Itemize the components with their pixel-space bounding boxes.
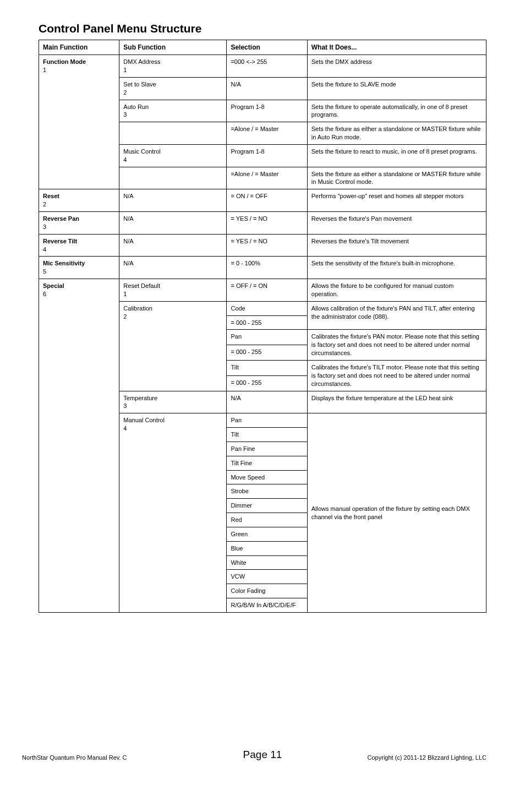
selection-cell: Green [227, 527, 307, 541]
page-footer: Page 11 NorthStar Quantum Pro Manual Rev… [0, 754, 525, 761]
sub-label: Calibration [123, 305, 152, 312]
main-function-label: Reverse Pan [43, 215, 79, 222]
selection-cell: Pan [227, 413, 307, 428]
selection-cell: VCW [227, 570, 307, 584]
sub-label: DMX Address [123, 58, 160, 65]
selection-cell: Program 1-8 [227, 100, 307, 122]
sub-num: 4 [123, 424, 222, 433]
description-cell: Sets the fixture to operate automaticall… [307, 100, 486, 122]
selection-cell: White [227, 555, 307, 570]
selection-cell: R/G/B/W In A/B/C/D/E/F [227, 598, 307, 613]
table-row: Mic Sensitivity 5 N/A = 0 - 100% Sets th… [39, 257, 486, 279]
description-cell: Sets the fixture as either a standalone … [307, 122, 486, 145]
selection-cell: = 000 - 255 [227, 375, 307, 391]
description-cell: Allows manual operation of the fixture b… [307, 413, 486, 613]
description-cell: Allows calibration of the fixture's PAN … [307, 301, 486, 330]
description-cell: Sets the DMX address [307, 55, 486, 78]
table-row: Reset 2 N/A = ON / = OFF Performs "power… [39, 189, 486, 212]
sub-function-cell: N/A [119, 257, 227, 279]
header-main: Main Function [39, 40, 119, 55]
description-cell: Displays the fixture temperature at the … [307, 391, 486, 413]
selection-cell: Pan [227, 330, 307, 345]
sub-function-cell [119, 167, 227, 189]
table-row: Reverse Tilt 4 N/A = YES / = NO Reverses… [39, 234, 486, 257]
selection-cell: =Alone / = Master [227, 167, 307, 189]
table-header-row: Main Function Sub Function Selection Wha… [39, 40, 486, 55]
description-cell: Performs "power-up" reset and homes all … [307, 189, 486, 212]
table-row: Special 6 Reset Default 1 = OFF / = ON A… [39, 279, 486, 302]
sub-function-cell [119, 122, 227, 145]
main-function-label: Function Mode [43, 58, 86, 65]
sub-num: 4 [123, 156, 222, 164]
description-cell: Sets the fixture to SLAVE mode [307, 77, 486, 100]
sub-label: Music Control [123, 148, 160, 155]
main-function-cell: Reset 2 [39, 189, 119, 212]
main-function-label: Reset [43, 193, 59, 199]
sub-function-cell: N/A [119, 189, 227, 212]
selection-cell: =000 <-> 255 [227, 55, 307, 78]
sub-num: 3 [123, 402, 222, 410]
selection-cell: N/A [227, 77, 307, 100]
selection-cell: = ON / = OFF [227, 189, 307, 212]
header-desc: What It Does... [307, 40, 486, 55]
sub-function-cell: Temperature 3 [119, 391, 227, 413]
description-cell: Calibrates the fixture's TILT motor. Ple… [307, 360, 486, 391]
footer-right: Copyright (c) 2011-12 Blizzard Lighting,… [368, 754, 486, 761]
header-sub: Sub Function [119, 40, 227, 55]
main-function-cell: Reverse Tilt 4 [39, 234, 119, 257]
selection-cell: = 0 - 100% [227, 257, 307, 279]
selection-cell: =Alone / = Master [227, 122, 307, 145]
selection-cell: Strobe [227, 484, 307, 499]
selection-cell: Blue [227, 541, 307, 555]
sub-function-cell: N/A [119, 212, 227, 235]
sub-num: 2 [123, 313, 222, 321]
sub-num: 1 [123, 290, 222, 298]
description-cell: Sets the fixture to react to music, in o… [307, 144, 486, 167]
description-cell: Reverses the fixture's Pan movement [307, 212, 486, 235]
selection-cell: Tilt Fine [227, 456, 307, 470]
sub-function-cell: Music Control 4 [119, 144, 227, 167]
table-row: Function Mode 1 DMX Address 1 =000 <-> 2… [39, 55, 486, 78]
selection-cell: Tilt [227, 360, 307, 375]
sub-label: Set to Slave [123, 81, 156, 88]
main-function-num: 2 [43, 200, 115, 209]
header-sel: Selection [227, 40, 307, 55]
selection-cell: Dimmer [227, 499, 307, 513]
selection-cell: Program 1-8 [227, 144, 307, 167]
main-function-label: Special [43, 282, 64, 289]
sub-num: 2 [123, 89, 222, 97]
sub-function-cell: DMX Address 1 [119, 55, 227, 78]
sub-function-cell: Auto Run 3 [119, 100, 227, 122]
selection-cell: Tilt [227, 428, 307, 442]
sub-num: 1 [123, 66, 222, 74]
main-function-num: 3 [43, 223, 115, 231]
sub-num: 3 [123, 111, 222, 119]
sub-function-cell: Calibration 2 [119, 301, 227, 391]
sub-function-cell: Set to Slave 2 [119, 77, 227, 100]
selection-cell: = 000 - 255 [227, 315, 307, 330]
sub-label: Manual Control [123, 417, 165, 423]
description-cell: Allows the fixture to be configured for … [307, 279, 486, 302]
description-cell: Sets the sensitivity of the fixture's bu… [307, 257, 486, 279]
main-function-num: 1 [43, 66, 115, 74]
sub-function-cell: N/A [119, 234, 227, 257]
description-cell: Sets the fixture as either a standalone … [307, 167, 486, 189]
sub-function-cell: Manual Control 4 [119, 413, 227, 613]
sub-function-cell: Reset Default 1 [119, 279, 227, 302]
main-function-cell: Reverse Pan 3 [39, 212, 119, 235]
sub-label: Reset Default [123, 282, 160, 289]
main-function-label: Reverse Tilt [43, 238, 77, 244]
main-function-num: 6 [43, 290, 115, 298]
main-function-cell: Mic Sensitivity 5 [39, 257, 119, 279]
selection-cell: Color Fading [227, 584, 307, 598]
selection-cell: = YES / = NO [227, 234, 307, 257]
sub-label: Auto Run [123, 103, 149, 110]
main-function-num: 4 [43, 246, 115, 254]
description-cell: Reverses the fixture's Tilt movement [307, 234, 486, 257]
selection-cell: Red [227, 513, 307, 527]
page-title: Control Panel Menu Structure [39, 22, 486, 35]
selection-cell: = YES / = NO [227, 212, 307, 235]
selection-cell: Pan Fine [227, 442, 307, 456]
footer-left: NorthStar Quantum Pro Manual Rev. C [22, 754, 127, 761]
main-function-label: Mic Sensitivity [43, 260, 85, 266]
